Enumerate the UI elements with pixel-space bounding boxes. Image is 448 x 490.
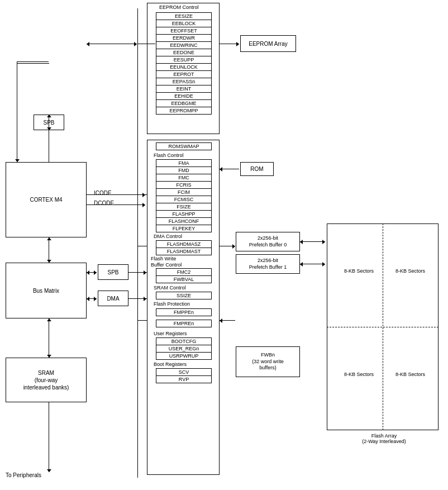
spb-left-connect-v — [17, 63, 17, 130]
cortex-spb-arrow — [49, 115, 49, 130]
reg-eesize: EESIZE — [156, 12, 212, 20]
reg-flashdmast: FLASHDMAST — [156, 248, 212, 255]
eeprom-array-label: EEPROM Array — [249, 40, 287, 47]
reg-bootcfg: BOOTCFG — [156, 337, 212, 345]
prefetch1-label: 2x256-bit Prefetch Buffer 1 — [249, 258, 287, 270]
eeprom-h-arrow — [87, 44, 137, 44]
dma-control-label: DMA Control — [154, 234, 182, 239]
reg-userregn: USER_REGn — [156, 345, 212, 353]
to-peripherals-line — [49, 402, 49, 472]
reg-eeprot: EEPROT — [156, 70, 212, 78]
sector-top-right: 8-KB Sectors — [387, 268, 434, 274]
icode-line — [87, 194, 145, 195]
reg-romswmap: ROMSWMAP — [156, 142, 212, 150]
reg-fcris: FCRIS — [156, 181, 212, 189]
cortex-busmatrix-line — [49, 237, 49, 263]
reg-eepassn: EEPASSn — [156, 78, 212, 85]
reg-fmppen: FMPPEn — [156, 308, 212, 316]
prefetch0-label: 2x256-bit Prefetch Buffer 0 — [249, 235, 287, 248]
eeprom-control-title: EEPROM Control — [159, 4, 199, 10]
reg-fsize: FSIZE — [156, 203, 212, 211]
sram-box: SRAM (four-way interleaved banks) — [6, 358, 87, 402]
sector-top-left: 8-KB Sectors — [338, 268, 380, 274]
main-left-v — [137, 8, 138, 478]
reg-scv: SCV — [156, 368, 212, 376]
reg-eeunlock: EEUNLOCK — [156, 63, 212, 71]
reg-eerdwr: EERDWR — [156, 34, 212, 42]
spb-mid-box: SPB — [98, 264, 128, 280]
rom-box: ROM — [240, 162, 274, 176]
reg-rvp: RVP — [156, 375, 212, 383]
reg-eehide: EEHIDE — [156, 92, 212, 100]
flash-ctrl-left-h2 — [137, 246, 147, 246]
reg-flashconf: FLASHCONF — [156, 217, 212, 225]
flash-array-hdash — [327, 327, 439, 327]
reg-eeprompp: EEPROMPP — [156, 107, 212, 115]
reg-fmc2: FMC2 — [156, 268, 212, 276]
eeprom-arrow — [220, 44, 239, 44]
cortex-spb-top-line — [49, 130, 49, 162]
reg-eeblock: EEBLOCK — [156, 20, 212, 27]
icode-label: ICODE — [94, 190, 112, 196]
reg-eedwrinc: EEDWRINC — [156, 41, 212, 49]
fwbn-arrow — [220, 320, 235, 321]
flash-write-label: Flash WriteBuffer Control — [151, 256, 215, 268]
reg-eedbgme: EEDBGME — [156, 99, 212, 107]
reg-fcmisc: FCMISC — [156, 196, 212, 203]
reg-fmd: FMD — [156, 166, 212, 174]
prefetch1-flash-arrow — [300, 264, 325, 264]
reg-fmpren: FMPREn — [156, 320, 212, 327]
cortex-label: CORTEX M4 — [30, 196, 62, 203]
reg-fwbval: FWBVAL — [156, 275, 212, 283]
busmatrix-sram-line — [49, 318, 49, 358]
sram-label: SRAM (four-way interleaved banks) — [23, 369, 69, 391]
spb-left-connect-h — [17, 63, 49, 64]
flash-ctrl-left-h4 — [137, 298, 147, 299]
user-registers-label: User Registers — [154, 331, 187, 336]
reg-usrpwrup: USRPWRUP — [156, 352, 212, 360]
reg-eeint: EEINT — [156, 85, 212, 93]
busmatrix-dma-arrow — [87, 298, 97, 299]
busmatrix-spb-arrow — [87, 272, 97, 273]
reg-fcim: FCIM — [156, 188, 212, 196]
rom-arrow — [220, 169, 239, 169]
rom-label: ROM — [250, 165, 263, 173]
reg-eedone: EEDONE — [156, 49, 212, 56]
eeprom-array-box: EEPROM Array — [240, 35, 296, 52]
dcode-line — [87, 204, 145, 205]
reg-flashpp: FLASHPP — [156, 210, 212, 218]
bus-matrix-box: Bus Matrix — [6, 263, 87, 318]
eeprom-ctrl-left-h — [137, 44, 147, 44]
cortex-left-bottom — [17, 130, 17, 162]
sector-bottom-right: 8-KB Sectors — [387, 372, 434, 377]
prefetch1-box: 2x256-bit Prefetch Buffer 1 — [236, 254, 300, 274]
fwbn-box: FWBn (32 word write buffers) — [236, 346, 300, 377]
dcode-label: DCODE — [94, 200, 114, 206]
to-peripherals-label: To Peripherals — [6, 472, 41, 478]
reg-eesupp: EESUPP — [156, 56, 212, 64]
boot-registers-label: Boot Registers — [154, 361, 187, 367]
sram-control-label: SRAM Control — [154, 285, 186, 291]
reg-flashdmasz: FLASHDMASZ — [156, 240, 212, 248]
reg-fma: FMA — [156, 159, 212, 167]
flash-control-label: Flash Control — [154, 153, 184, 158]
flash-array-label: Flash Array (2-Way Interleaved) — [332, 433, 436, 444]
flash-ctrl-left-h3 — [137, 272, 147, 273]
sector-bottom-left: 8-KB Sectors — [338, 372, 380, 377]
spb-mid-label: SPB — [107, 269, 118, 276]
reg-fmc: FMC — [156, 174, 212, 182]
dma-prefetch-arrow — [220, 246, 235, 246]
main-diagram: EEPROM Control EESIZE EEBLOCK EEOFFSET E… — [0, 0, 448, 490]
cortex-top-h-line — [17, 61, 49, 62]
dma-label: DMA — [107, 295, 119, 302]
dma-box: DMA — [98, 291, 128, 306]
flash-ctrl-left-h1 — [137, 194, 147, 195]
reg-eeoffset: EEOFFSET — [156, 27, 212, 35]
prefetch-flash-arrow — [300, 241, 325, 242]
cortex-box: CORTEX M4 — [6, 162, 87, 237]
fwbn-label: FWBn (32 word write buffers) — [252, 352, 284, 372]
flash-protection-label: Flash Protection — [154, 301, 190, 307]
prefetch0-box: 2x256-bit Prefetch Buffer 0 — [236, 232, 300, 251]
flash-ctrl-left-h5 — [137, 320, 147, 321]
reg-ssize: SSIZE — [156, 292, 212, 299]
